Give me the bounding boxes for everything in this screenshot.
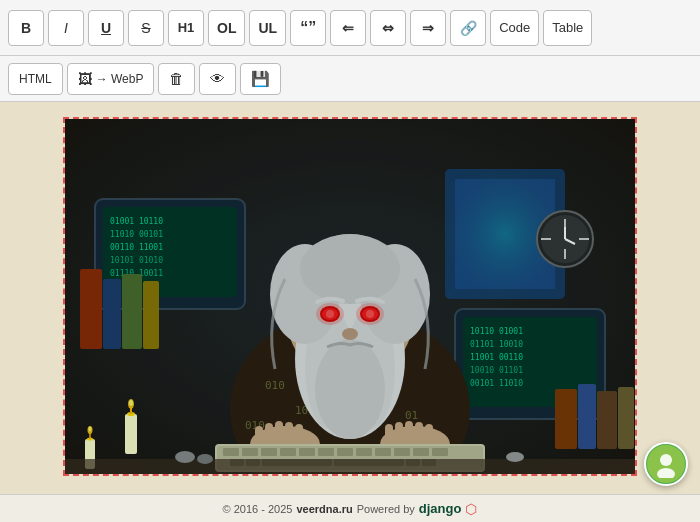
toolbar-row1: B I U S H1 OL UL “” ⇐ ⇔ ⇒ 🔗 Code Table — [0, 0, 700, 56]
align-center-icon: ⇔ — [382, 20, 394, 36]
align-left-button[interactable]: ⇐ — [330, 10, 366, 46]
html-button[interactable]: HTML — [8, 63, 63, 95]
link-icon: 🔗 — [460, 20, 477, 36]
site-url: veerdna.ru — [296, 503, 352, 515]
code-button[interactable]: Code — [490, 10, 539, 46]
align-left-icon: ⇐ — [342, 20, 354, 36]
copyright-text: © 2016 - 2025 — [223, 503, 293, 515]
save-button[interactable]: 💾 — [240, 63, 281, 95]
underline-button[interactable]: U — [88, 10, 124, 46]
content-area: 01001 10110 11010 00101 00110 11001 1010… — [0, 102, 700, 494]
webp-label: → WebP — [96, 72, 144, 86]
quote-button[interactable]: “” — [290, 10, 326, 46]
footer: © 2016 - 2025 veerdna.ru Powered by djan… — [0, 494, 700, 522]
bold-button[interactable]: B — [8, 10, 44, 46]
align-center-button[interactable]: ⇔ — [370, 10, 406, 46]
django-icon: ⬡ — [465, 501, 477, 517]
svg-point-105 — [660, 454, 672, 466]
help-avatar-button[interactable] — [644, 442, 688, 486]
avatar-face — [647, 445, 685, 483]
image-icon: 🖼 — [78, 71, 92, 87]
svg-rect-104 — [65, 119, 635, 474]
image-container[interactable]: 01001 10110 11010 00101 00110 11001 1010… — [63, 117, 637, 476]
ol-button[interactable]: OL — [208, 10, 245, 46]
toolbar-row2: HTML 🖼 → WebP 🗑 👁 💾 — [0, 56, 700, 102]
table-button[interactable]: Table — [543, 10, 592, 46]
link-button[interactable]: 🔗 — [450, 10, 486, 46]
h1-button[interactable]: H1 — [168, 10, 204, 46]
trash-icon: 🗑 — [169, 70, 184, 87]
align-right-icon: ⇒ — [422, 20, 434, 36]
save-icon: 💾 — [251, 70, 270, 88]
powered-by-text: Powered by — [357, 503, 415, 515]
italic-button[interactable]: I — [48, 10, 84, 46]
strikethrough-button[interactable]: S — [128, 10, 164, 46]
align-right-button[interactable]: ⇒ — [410, 10, 446, 46]
eye-icon: 👁 — [210, 70, 225, 87]
svg-point-106 — [657, 468, 675, 478]
django-label: django — [419, 501, 462, 516]
preview-button[interactable]: 👁 — [199, 63, 236, 95]
ul-button[interactable]: UL — [249, 10, 286, 46]
delete-button[interactable]: 🗑 — [158, 63, 195, 95]
webp-convert-button[interactable]: 🖼 → WebP — [67, 63, 155, 95]
wizard-image: 01001 10110 11010 00101 00110 11001 1010… — [65, 119, 635, 474]
